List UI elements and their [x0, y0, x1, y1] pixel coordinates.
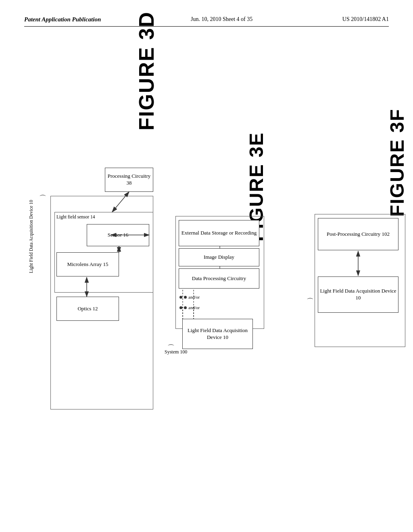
diagram-area: FIGURE 3D FIGURE 3E FIGURE 3F ⌒ Light Fi… [24, 39, 389, 502]
optics-box: Optics 12 [56, 297, 119, 321]
sensor-box: Sensor 16 [87, 224, 149, 246]
post-processing-box: Post-Processing Circuitry 102 [318, 218, 398, 250]
lf-device-3e-label: Light Field Data Acquisition Device 10 [183, 327, 252, 341]
lf-device-3f-box: Light Field Data Acquisition Device 10 [318, 276, 398, 313]
image-display-box: Image Display [179, 248, 259, 266]
microlens-label: Microlens Array 15 [67, 261, 108, 268]
processing-circuitry-box: Processing Circuitry 38 [105, 168, 153, 192]
sensor-label: Sensor 16 [108, 232, 129, 239]
data-processing-label: Data Processing Circuitry [192, 275, 246, 282]
post-processing-label: Post-Processing Circuitry 102 [327, 231, 390, 238]
microlens-box: Microlens Array 15 [56, 252, 119, 276]
external-data-label: External Data Storage or Recording [181, 230, 257, 237]
lf-bracket-3f: ⌒ [307, 297, 314, 306]
device-label: Light Field Data Acquisition Device 10 [28, 200, 34, 273]
processing-circuitry-label: Processing Circuitry 38 [105, 173, 153, 187]
page: Patent Application Publication Jun. 10, … [0, 0, 413, 532]
external-data-box: External Data Storage or Recording [179, 220, 259, 246]
publication-label: Patent Application Publication [24, 16, 101, 23]
lf-device-3e-box: Light Field Data Acquisition Device 10 [182, 319, 253, 349]
figure-3d-label: FIGURE 3D [134, 11, 159, 130]
figure-3f-label: FIGURE 3F [386, 108, 408, 217]
optics-label: Optics 12 [77, 305, 98, 312]
system-100-label: System 100 [165, 349, 187, 355]
page-header: Patent Application Publication Jun. 10, … [24, 16, 389, 27]
data-processing-box: Data Processing Circuitry [179, 268, 259, 289]
image-display-label: Image Display [204, 254, 234, 261]
andor-left: and/or and/or [179, 295, 200, 310]
lf-device-3f-label: Light Field Data Acquisition Device 10 [318, 288, 398, 301]
light-field-sensor-label: Light field sensor 14 [56, 214, 95, 220]
sheet-info: Jun. 10, 2010 Sheet 4 of 35 [191, 16, 252, 23]
device-outer-label: ⌒ [35, 194, 50, 203]
patent-number: US 2010/141802 A1 [342, 16, 389, 23]
